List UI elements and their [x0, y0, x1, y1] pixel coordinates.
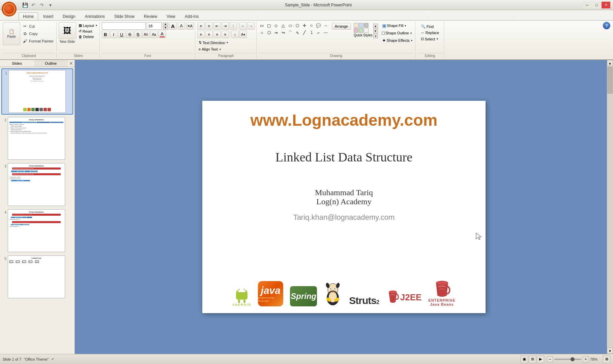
find-button[interactable]: 🔍 Find: [419, 24, 441, 29]
shape-right-arrow[interactable]: ⇒: [273, 29, 280, 36]
shape-freeform[interactable]: ∿: [294, 29, 301, 36]
bullet-list-button[interactable]: ≡: [197, 22, 205, 30]
font-family-input[interactable]: [102, 22, 146, 30]
decrease-indent-button[interactable]: ⇤: [213, 22, 221, 30]
zoom-out-button[interactable]: −: [547, 356, 553, 362]
format-painter-button[interactable]: 🖌 Format Painter: [21, 38, 55, 44]
shape-star[interactable]: ☆: [308, 22, 315, 29]
italic-button[interactable]: I: [110, 31, 117, 38]
layout-button[interactable]: ▦ Layout ▾: [78, 23, 98, 28]
tab-insert[interactable]: Insert: [39, 12, 58, 20]
shape-bent-arrow[interactable]: ↪: [280, 29, 287, 36]
shape-pentagon[interactable]: ⬠: [294, 22, 301, 29]
font-color-button[interactable]: A: [158, 31, 166, 38]
slide-canvas[interactable]: www.Lognacademy.com Linked List Data Str…: [202, 101, 486, 313]
columns-button[interactable]: ⋮: [230, 22, 237, 30]
paste-button[interactable]: 📋 Paste: [3, 22, 20, 45]
increase-font-size-button[interactable]: ▲: [163, 23, 168, 26]
clear-formatting-button[interactable]: ✕A: [186, 22, 194, 30]
line-spacing-button[interactable]: ↕: [231, 31, 239, 38]
shape-effects-button[interactable]: ✦ Shape Effects ▾: [381, 37, 414, 44]
tab-view[interactable]: View: [162, 12, 180, 20]
tab-review[interactable]: Review: [140, 12, 162, 20]
shape-line[interactable]: ╱: [301, 29, 308, 36]
tab-outline[interactable]: Outline: [34, 60, 68, 67]
shape-cross[interactable]: ✛: [301, 22, 308, 29]
text-shadow-button[interactable]: S: [134, 31, 142, 38]
shape-callout[interactable]: 💬: [315, 22, 322, 29]
qs-scroll-more[interactable]: ▾: [373, 34, 378, 38]
font-color-para-button[interactable]: A▾: [239, 31, 247, 38]
select-button[interactable]: ⊡ Select ▾: [419, 36, 441, 42]
redo-button[interactable]: ↷: [38, 1, 46, 9]
help-button[interactable]: ?: [603, 22, 610, 29]
slide-show-button[interactable]: ▶: [537, 356, 544, 363]
decrease-font-size-button[interactable]: ▼: [163, 26, 168, 30]
shape-rounded-rect[interactable]: ▢: [266, 22, 272, 29]
scroll-thumb[interactable]: [607, 67, 613, 94]
tab-slide-show[interactable]: Slide Show: [110, 12, 139, 20]
align-left-button[interactable]: ≡: [197, 31, 205, 38]
text-direction-button[interactable]: ⇅ Text Direction ▾: [197, 40, 230, 46]
undo-button[interactable]: ↶: [30, 1, 37, 9]
shape-fill-button[interactable]: ▣ Shape Fill ▾: [381, 22, 414, 29]
reset-button[interactable]: ↺ Reset: [78, 29, 98, 34]
shape-oval[interactable]: ○: [259, 29, 265, 36]
zoom-slider-thumb[interactable]: [571, 357, 575, 361]
tab-animations[interactable]: Animations: [80, 12, 109, 20]
qs-scroll-up[interactable]: ▲: [373, 24, 378, 28]
change-case-button[interactable]: Aa: [150, 31, 158, 38]
quick-styles-button[interactable]: Quick Styles: [354, 23, 373, 37]
align-right-button[interactable]: ≡: [213, 31, 221, 38]
shape-diamond[interactable]: ◇: [273, 22, 280, 29]
shape-cylinder[interactable]: ⬭: [287, 22, 294, 29]
fit-to-window-button[interactable]: ⊠: [603, 356, 610, 363]
shape-elbow[interactable]: ⌐: [315, 29, 322, 36]
tab-slides[interactable]: Slides: [0, 60, 34, 67]
shape-hexagon[interactable]: ⬡: [266, 29, 272, 36]
rtl-button[interactable]: ←: [239, 22, 247, 30]
strikethrough-button[interactable]: S: [126, 31, 134, 38]
shape-arrow[interactable]: →: [322, 22, 329, 29]
customize-quick-access-button[interactable]: ▾: [47, 1, 54, 9]
decrease-font-size-alt-button[interactable]: A: [178, 22, 185, 30]
align-text-button[interactable]: ≡ Align Text ▾: [197, 47, 222, 52]
justify-button[interactable]: ≡: [222, 31, 229, 38]
panel-close-button[interactable]: ✕: [68, 60, 75, 67]
replace-button[interactable]: ↔ Replace: [419, 30, 441, 35]
shape-rect[interactable]: ▭: [259, 22, 265, 29]
font-size-input[interactable]: 18: [147, 22, 162, 30]
new-slide-button[interactable]: 🖼 New Slide: [59, 22, 76, 43]
tab-home[interactable]: Home: [19, 12, 38, 20]
shape-curve[interactable]: ⌒: [287, 29, 294, 36]
slide-thumb-4[interactable]: 4 Array limitations Search/remove elemen…: [1, 208, 73, 253]
tab-add-ins[interactable]: Add-Ins: [180, 12, 203, 20]
save-button[interactable]: 💾: [21, 1, 29, 9]
increase-indent-button[interactable]: ⇥: [222, 22, 229, 30]
arrange-button[interactable]: Arrange: [332, 23, 351, 30]
shape-outline-button[interactable]: □ Shape Outline ▾: [381, 30, 414, 36]
underline-button[interactable]: U: [118, 31, 125, 38]
shape-connector[interactable]: ⤵: [308, 29, 315, 36]
increase-font-size-alt-button[interactable]: A: [169, 22, 177, 30]
align-center-button[interactable]: ≡: [205, 31, 213, 38]
tab-design[interactable]: Design: [58, 12, 80, 20]
zoom-slider-track[interactable]: [554, 359, 581, 360]
normal-view-button[interactable]: ▣: [521, 356, 528, 363]
qs-scroll-down[interactable]: ▼: [373, 29, 378, 33]
numbered-list-button[interactable]: ≡: [205, 22, 213, 30]
office-button[interactable]: [2, 2, 17, 17]
scroll-up-button[interactable]: ▲: [607, 60, 613, 66]
shape-triangle[interactable]: △: [280, 22, 287, 29]
maximize-button[interactable]: □: [592, 2, 601, 8]
cut-button[interactable]: ✂ Cut: [21, 23, 55, 30]
spacing-button[interactable]: AV: [142, 31, 150, 38]
bold-button[interactable]: B: [102, 31, 109, 38]
slide-sorter-button[interactable]: ⊞: [529, 356, 536, 363]
delete-button[interactable]: 🗑 Delete: [78, 34, 98, 39]
shape-more[interactable]: ⋯: [322, 29, 329, 36]
close-button[interactable]: ✕: [602, 2, 610, 8]
slide-thumb-5[interactable]: 5 Linked List □|→ → □|→ → □|→ → □|→ →: [1, 254, 73, 299]
ltr-button[interactable]: →: [247, 22, 255, 30]
scroll-down-button[interactable]: ▼: [607, 348, 613, 354]
